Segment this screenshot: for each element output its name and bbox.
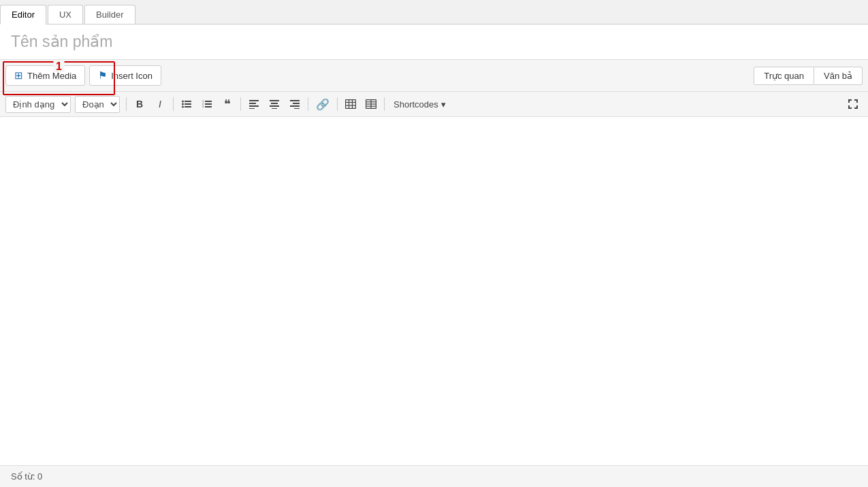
align-right-button[interactable] (285, 95, 304, 114)
svg-text:3: 3 (202, 105, 204, 108)
svg-rect-8 (205, 106, 212, 107)
table-grid-button[interactable] (361, 95, 381, 114)
bullet-list-button[interactable] (177, 95, 196, 114)
svg-point-4 (182, 103, 184, 105)
flag-icon: ⚑ (98, 69, 107, 82)
svg-rect-6 (205, 101, 212, 102)
svg-rect-18 (270, 105, 279, 107)
svg-rect-24 (346, 100, 356, 109)
svg-rect-0 (184, 101, 191, 102)
svg-rect-17 (271, 103, 278, 104)
svg-rect-2 (184, 106, 191, 107)
svg-rect-22 (290, 105, 300, 107)
editor-area: 1 ⊞ Thêm Media ⚑ Insert Icon Trực quan V… (0, 60, 868, 465)
align-center-button[interactable] (265, 95, 284, 114)
bold-button[interactable]: B (130, 95, 149, 114)
media-toolbar: 1 ⊞ Thêm Media ⚑ Insert Icon Trực quan V… (0, 60, 868, 92)
word-count: Số từ: 0 (11, 471, 42, 482)
svg-rect-21 (293, 103, 300, 104)
align-left-button[interactable] (244, 95, 263, 114)
dinh-dang-wrap: Định dạng (5, 96, 71, 113)
title-row (0, 24, 868, 60)
divider-5 (337, 97, 338, 111)
dinh-dang-select[interactable]: Định dạng (5, 96, 71, 113)
insert-icon-label: Insert Icon (111, 71, 152, 81)
svg-rect-13 (249, 103, 256, 104)
add-media-label: Thêm Media (27, 71, 76, 81)
view-text-button[interactable]: Văn bả (814, 67, 863, 85)
svg-point-3 (182, 101, 184, 103)
italic-button[interactable]: I (150, 95, 170, 114)
divider-2 (173, 97, 174, 111)
svg-rect-7 (205, 103, 212, 105)
doan-wrap: Đoạn (75, 96, 120, 113)
view-visual-button[interactable]: Trực quan (754, 67, 814, 85)
tab-ux[interactable]: UX (48, 5, 83, 24)
view-buttons: Trực quan Văn bả (754, 67, 863, 85)
status-bar: Số từ: 0 (0, 465, 868, 487)
link-button[interactable]: 🔗 (312, 95, 334, 114)
tab-builder[interactable]: Builder (84, 5, 135, 24)
table-insert-button[interactable] (341, 95, 360, 114)
svg-rect-16 (270, 100, 279, 101)
svg-rect-1 (184, 103, 191, 105)
tabs-bar: Editor UX Builder (0, 0, 868, 24)
svg-rect-12 (249, 100, 259, 101)
shortcodes-button[interactable]: Shortcodes ▾ (388, 97, 451, 112)
svg-rect-19 (272, 108, 277, 109)
divider-1 (126, 97, 127, 111)
fullscreen-button[interactable] (843, 95, 863, 114)
product-title-input[interactable] (0, 24, 868, 59)
shortcodes-dropdown-icon: ▾ (441, 99, 446, 110)
divider-4 (308, 97, 308, 111)
editor-content[interactable] (0, 117, 868, 465)
media-icon: ⊞ (14, 69, 23, 82)
blockquote-button[interactable]: ❝ (218, 95, 237, 114)
doan-select[interactable]: Đoạn (75, 96, 120, 113)
divider-3 (240, 97, 241, 111)
svg-rect-15 (249, 108, 255, 109)
svg-rect-14 (249, 105, 259, 107)
page-wrapper: Editor UX Builder 1 ⊞ Thêm Media ⚑ Inser… (0, 0, 868, 487)
divider-6 (384, 97, 385, 111)
svg-rect-23 (294, 108, 300, 109)
svg-point-5 (182, 106, 184, 108)
add-media-button[interactable]: ⊞ Thêm Media (5, 65, 85, 86)
shortcodes-label: Shortcodes (393, 99, 438, 110)
ordered-list-button[interactable]: 1 2 3 (197, 95, 216, 114)
tab-editor[interactable]: Editor (0, 5, 46, 24)
format-toolbar: Định dạng Đoạn B I (0, 92, 868, 117)
svg-rect-20 (290, 100, 300, 101)
insert-icon-button[interactable]: ⚑ Insert Icon (89, 65, 161, 86)
